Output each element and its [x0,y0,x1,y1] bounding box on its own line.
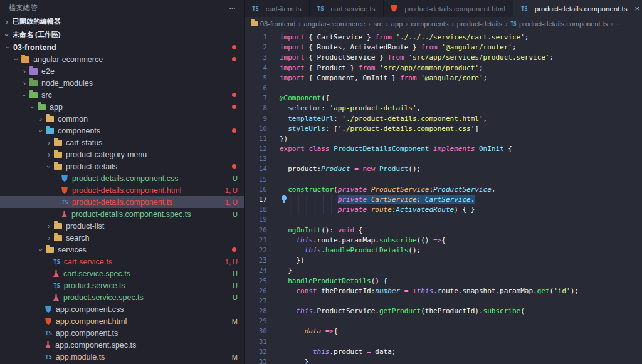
chevron-right-icon[interactable]: › [45,234,53,242]
code-line[interactable]: 19 [245,215,642,225]
code-token: ProductService [371,185,429,194]
file-product.service.ts[interactable]: TSproduct.service.tsU [0,279,244,291]
chevron-right-icon[interactable]: › [45,151,53,159]
code-line[interactable]: 22 this.handleProductDetails(); [245,246,642,256]
code-line[interactable]: 11}) [245,134,642,144]
code-line[interactable]: 17 │ │ │ │ │ │ private CartService: Cart… [245,195,642,205]
code-line[interactable]: 1import { CartService } from './../../se… [245,33,642,43]
chevron-down-icon[interactable]: › [37,127,45,135]
chevron-right-icon[interactable]: › [45,222,53,230]
file-cart.service.spec.ts[interactable]: cart.service.spec.tsU [0,268,244,279]
folder-node_modules[interactable]: ›node_modules [0,77,244,89]
tab-cart.service.ts[interactable]: TScart.service.ts [310,0,384,17]
folder-angular-ecommerce[interactable]: ›angular-ecommerce [0,53,244,65]
code-line[interactable]: 27 [245,296,642,306]
chevron-down-icon[interactable]: › [37,246,45,254]
code-line[interactable]: 2import { Routes, ActivatedRoute } from … [245,43,642,53]
code-token [367,195,371,204]
code-line[interactable]: 16 constructor(private ProductService:Pr… [245,185,642,195]
folder-search[interactable]: ›search [0,232,244,244]
breadcrumb-item-product-details[interactable]: product-details [457,20,502,28]
folder-app[interactable]: ›app [0,101,244,113]
code-line[interactable]: 7@Component({ [245,93,642,103]
code-line[interactable]: 24 } [245,266,642,276]
code-line[interactable]: 30 data =>{ [245,326,642,336]
folder-product-category-menu[interactable]: ›product-category-menu [0,148,244,160]
chevron-right-icon[interactable]: › [36,115,45,123]
more-actions-icon[interactable]: ··· [229,3,235,13]
breadcrumb-item-src[interactable]: src [374,20,383,28]
git-status-badge: M [232,318,238,325]
file-product-details.component.ts[interactable]: TSproduct-details.component.ts1, U [0,196,244,208]
code-line[interactable]: 14 product:Product = new Product(); [245,164,642,174]
code-line[interactable]: 31 [245,337,642,347]
tab-product-details.component.html[interactable]: product-details.component.html [384,0,513,17]
problems-dot-icon [232,57,236,61]
chevron-down-icon[interactable]: › [4,43,12,52]
folder-product-list[interactable]: ›product-list [0,220,244,232]
section-workspace[interactable]: › 未命名 (工作區) [0,28,244,41]
lightbulb-icon[interactable] [280,195,287,204]
code-line[interactable]: 18 │ │ │ │ │ │ private route:ActivatedRo… [245,205,642,215]
folder-services[interactable]: ›services [0,244,244,256]
code-line[interactable]: 26 const theProductId:number = +this.rou… [245,286,642,296]
folder-icon [54,152,62,158]
folder-common[interactable]: ›common [0,113,244,125]
file-app.component.css[interactable]: app.component.css [0,303,244,315]
breadcrumb-item-app[interactable]: app [391,20,403,28]
folder-cart-status[interactable]: ›cart-status [0,137,244,148]
code-line[interactable]: 8 selector: 'app-product-details', [245,103,642,113]
chevron-right-icon[interactable]: › [20,80,29,87]
file-app.component.ts[interactable]: TSapp.component.ts [0,327,244,339]
code-line[interactable]: 29 [245,316,642,326]
file-product-details.component.html[interactable]: product-details.component.html1, U [0,184,244,196]
breadcrumb-item-03-frontend[interactable]: 03-frontend [251,20,295,28]
tab-cart-item.ts[interactable]: TScart-item.ts [245,0,310,17]
folder-src[interactable]: ›src [0,89,244,101]
code-line[interactable]: 15 [245,175,642,185]
code-line[interactable]: 28 this.ProductService.getProduct(thePro… [245,306,642,316]
file-product.service.spec.ts[interactable]: product.service.spec.tsU [0,291,244,303]
code-token: from [359,64,376,72]
code-line[interactable]: 9 templateUrl: './product-details.compon… [245,114,642,124]
code-line[interactable]: 20 ngOnInit(): void { [245,226,642,236]
code-line[interactable]: 3import { ProductService } from 'src/app… [245,53,642,63]
breadcrumb-item-angular-ecommerce[interactable]: angular-ecommerce [304,20,366,28]
chevron-down-icon[interactable]: › [21,91,28,100]
chevron-down-icon[interactable]: › [13,55,20,64]
folder-03-frontend[interactable]: ›03-frontend [0,41,244,53]
code-line[interactable]: 5import { Component, OnInit } from '@ang… [245,73,642,83]
section-open-editors[interactable]: › 已開啟的編輯器 [0,15,244,28]
code-line[interactable]: 33 } [245,357,642,364]
file-product-details.component.css[interactable]: product-details.component.cssU [0,172,244,184]
folder-e2e[interactable]: ›e2e [0,65,244,77]
file-cart.service.ts[interactable]: TScart.service.ts1, U [0,256,244,268]
code-line[interactable]: 13 [245,154,642,164]
folder-components[interactable]: ›components [0,125,244,137]
folder-product-details[interactable]: ›product-details [0,160,244,172]
code-line[interactable]: 21 this.route.paramMap.subscribe(() =>{ [245,236,642,246]
file-product-details.component.spec.ts[interactable]: product-details.component.spec.tsU [0,208,244,220]
file-app.component.spec.ts[interactable]: app.component.spec.ts [0,339,244,351]
breadcrumb-item-components[interactable]: components [411,20,449,28]
code-line[interactable]: 4import { Product } from 'src/app/common… [245,63,642,73]
chevron-down-icon[interactable]: › [29,103,36,112]
code-area[interactable]: 1import { CartService } from './../../se… [245,31,642,364]
code-line[interactable]: 6 [245,83,642,93]
file-app.component.html[interactable]: app.component.htmlM [0,315,244,327]
code-line[interactable]: 25 handleProductDetails() { [245,276,642,286]
tab-product-details.component.ts[interactable]: TSproduct-details.component.ts× [513,0,642,17]
code-line-content: handleProductDetails() { [280,276,387,286]
code-line[interactable]: 10 styleUrls: ['./product-details.compon… [245,124,642,134]
code-line[interactable]: 32 this.product = data; [245,347,642,357]
chevron-right-icon[interactable]: › [20,68,29,75]
close-icon[interactable]: × [634,4,639,13]
test-icon [61,211,67,217]
file-app.module.ts[interactable]: TSapp.module.tsM [0,351,244,363]
breadcrumb-overflow-icon[interactable]: ··· [616,20,621,28]
chevron-down-icon[interactable]: › [45,162,53,171]
chevron-right-icon[interactable]: › [45,139,53,147]
code-line[interactable]: 12export class ProductDetailsComponent i… [245,144,642,154]
code-line[interactable]: 23 }) [245,256,642,266]
breadcrumb-item-product-details.component.ts[interactable]: TSproduct-details.component.ts [510,20,608,28]
